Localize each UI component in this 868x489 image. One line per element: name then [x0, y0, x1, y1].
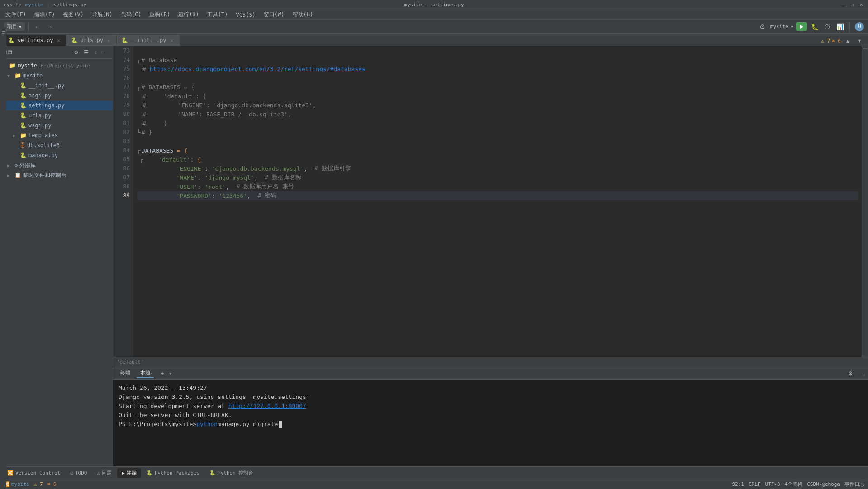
brace-84: { — [184, 147, 188, 154]
code-line-87: 'NAME' : 'django_mysql' , # 数据库名称 — [137, 173, 858, 182]
menu-file[interactable]: 文件(F) — [2, 10, 30, 19]
comma-88: , — [226, 183, 229, 190]
comma-86: , — [304, 165, 307, 172]
sidebar-sort-button[interactable]: ↕ — [92, 48, 100, 57]
sidebar-list-button[interactable]: ☰ — [82, 48, 90, 57]
navigate-forward-button[interactable]: → — [44, 22, 54, 32]
status-event-log[interactable]: 事件日志 — [844, 481, 864, 488]
menu-code[interactable]: 代码(C) — [117, 10, 145, 19]
editor-area: 73 74 75 76 77 78 79 80 81 82 83 84 85 8… — [113, 46, 868, 466]
tree-urls-py[interactable]: 🐍 urls.py — [0, 110, 113, 120]
tree-manage-py[interactable]: 🐍 manage.py — [0, 150, 113, 160]
status-line-ending[interactable]: CRLF — [749, 481, 761, 487]
tab-close-settings[interactable]: ✕ — [55, 37, 62, 43]
bottom-tab-python-packages[interactable]: 🐍 Python Packages — [142, 468, 204, 478]
editor-settings-button[interactable]: ▲ — [843, 36, 853, 46]
bottom-tab-problems[interactable]: ⚠ 问题 — [92, 468, 116, 478]
settings-button[interactable]: ⚙ — [758, 22, 768, 32]
profile-button[interactable]: ⏱ — [822, 22, 832, 32]
tree-mysite-folder[interactable]: ▼ 📁 mysite — [0, 71, 113, 81]
vcs-label: Version Control — [15, 470, 60, 476]
menu-help[interactable]: 帮助(H) — [289, 10, 317, 19]
settings-py-label: settings.py — [28, 102, 64, 109]
bottom-tab-todo[interactable]: ☑ TODO — [66, 468, 91, 478]
menu-run[interactable]: 运行(U) — [175, 10, 203, 19]
editor-expand-button[interactable]: ▼ — [854, 36, 864, 46]
add-terminal-button[interactable]: + — [158, 369, 166, 378]
position-label: 92:1 — [732, 481, 744, 487]
init-py-icon: 🐍 — [20, 82, 27, 89]
terminal-settings-button[interactable]: ⚙ — [846, 369, 854, 378]
menu-refactor[interactable]: 重构(R) — [146, 10, 174, 19]
code-content[interactable]: ┌ # Database # https://docs.djangoprojec… — [133, 46, 862, 357]
tree-asgi-py[interactable]: 🐍 asgi.py — [0, 91, 113, 101]
terminal-icon: ▶ — [122, 470, 125, 476]
editor-scroll[interactable]: 73 74 75 76 77 78 79 80 81 82 83 84 85 8… — [113, 46, 868, 357]
terminal-local-tab[interactable]: 本地 — [137, 369, 154, 378]
terminal-collapse-button[interactable]: — — [856, 369, 864, 378]
mysite-folder-icon: 📁 — [14, 72, 21, 79]
user-avatar-icon: U — [855, 22, 864, 31]
tree-db-sqlite3[interactable]: 🗄 db.sqlite3 — [0, 140, 113, 150]
status-indentation[interactable]: 4个空格 — [785, 481, 803, 488]
window-controls[interactable]: ─ □ ✕ — [840, 2, 864, 8]
avatar-button[interactable]: U — [854, 22, 864, 32]
tab-close-urls[interactable]: ✕ — [105, 37, 112, 43]
sidebar-collapse-button[interactable]: — — [102, 48, 110, 57]
tree-temp-files[interactable]: ▶ 📋 临时文件和控制台 — [0, 170, 113, 180]
coverage-button[interactable]: 📊 — [835, 22, 845, 32]
debug-button[interactable]: 🐛 — [810, 22, 820, 32]
maximize-button[interactable]: □ — [849, 2, 855, 8]
status-encoding[interactable]: UTF-8 — [765, 481, 780, 487]
code-line-89: 'PASSWORD' : '123456' , # 密码 — [137, 191, 858, 200]
status-user[interactable]: CSDN-@ehoga — [807, 481, 840, 487]
close-button[interactable]: ✕ — [858, 2, 864, 8]
toolbar-separator — [28, 22, 29, 31]
project-selector[interactable]: 项目 ▼ — [4, 22, 25, 31]
manage-py-icon: 🐍 — [20, 152, 27, 158]
menu-view[interactable]: 视图(V) — [59, 10, 87, 19]
status-position[interactable]: 92:1 — [732, 481, 744, 487]
dev-server-link[interactable]: http://127.0.0.1:8000/ — [228, 403, 306, 409]
tab-urls-py[interactable]: 🐍 urls.py ✕ — [66, 35, 116, 46]
status-git-branch[interactable]: 🔀 mysite — [4, 481, 29, 487]
navigate-back-button[interactable]: ← — [33, 22, 43, 32]
tree-settings-py[interactable]: 🐍 settings.py — [0, 101, 113, 110]
bottom-tab-terminal[interactable]: ▶ 终端 — [117, 468, 141, 478]
sidebar-gear-button[interactable]: ⚙ — [72, 48, 80, 57]
py-icon: 🐍 — [8, 37, 15, 43]
terminal-controls: ⚙ — — [846, 369, 864, 378]
tab-init-py[interactable]: 🐍 __init__.py ✕ — [117, 35, 179, 46]
tree-external-libs[interactable]: ▶ ⚙ 外部库 — [0, 160, 113, 170]
bottom-tab-vcs[interactable]: 🔀 Version Control — [3, 468, 65, 478]
str-engine: 'ENGINE' — [148, 165, 204, 172]
str-engine-val: 'django.db.backends.mysql' — [212, 165, 304, 172]
python-console-icon: 🐍 — [209, 470, 216, 476]
app-name: mysite — [4, 2, 22, 8]
tree-wsgi-py[interactable]: 🐍 wsgi.py — [0, 120, 113, 130]
chevron-down-icon: ▼ — [19, 24, 21, 29]
tree-root[interactable]: ▼ 📁 mysite E:\Projects\mysite — [0, 61, 113, 71]
temp-arrow: ▶ — [7, 173, 13, 178]
bottom-tab-python-console[interactable]: 🐍 Python 控制台 — [205, 468, 258, 478]
terminal-dropdown[interactable]: ▼ — [169, 371, 171, 376]
tree-init-py[interactable]: 🐍 __init__.py — [0, 81, 113, 91]
ln-73: 73 — [113, 46, 133, 55]
minimize-button[interactable]: ─ — [840, 2, 846, 8]
tab-settings-py[interactable]: 🐍 settings.py ✕ — [4, 35, 66, 46]
ext-arrow: ▶ — [7, 163, 13, 168]
status-warnings[interactable]: ⚠ 7 — [34, 481, 43, 487]
menu-nav[interactable]: 导航(N) — [88, 10, 116, 19]
ln-75: 75 — [113, 64, 133, 73]
run-button[interactable]: ▶ — [796, 22, 807, 31]
menu-tools[interactable]: 工具(T) — [204, 10, 232, 19]
menu-vcs[interactable]: VCS(S) — [232, 11, 259, 19]
status-errors[interactable]: ✖ 6 — [47, 481, 57, 487]
menu-window[interactable]: 窗口(W) — [260, 10, 288, 19]
tab-close-init[interactable]: ✕ — [169, 37, 175, 43]
menu-edit[interactable]: 编辑(E) — [31, 10, 59, 19]
temp-files-label: 临时文件和控制台 — [23, 172, 66, 179]
url-75[interactable]: https://docs.djangoproject.com/en/3.2/re… — [149, 66, 365, 72]
tree-templates[interactable]: ▶ 📁 templates — [0, 130, 113, 140]
terminal-main-tab[interactable]: 终端 — [117, 369, 134, 378]
